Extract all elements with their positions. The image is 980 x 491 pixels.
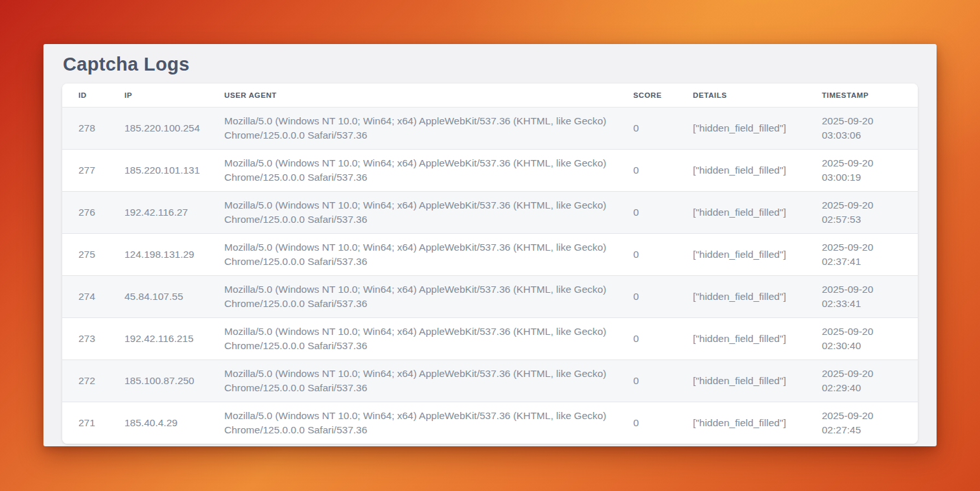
cell-timestamp: 2025-09-20 02:27:45 bbox=[822, 402, 918, 444]
cell-timestamp: 2025-09-20 03:00:19 bbox=[822, 149, 918, 191]
cell-ip: 185.40.4.29 bbox=[124, 402, 224, 444]
cell-id: 277 bbox=[62, 149, 124, 191]
column-header-score: SCORE bbox=[633, 84, 693, 107]
cell-id: 272 bbox=[62, 360, 124, 402]
captcha-logs-panel: Captcha Logs IDIPUSER AGENTSCOREDETAILST… bbox=[43, 44, 937, 446]
cell-id: 276 bbox=[62, 191, 124, 233]
cell-details: ["hidden_field_filled"] bbox=[693, 107, 822, 149]
cell-ip: 192.42.116.215 bbox=[124, 317, 224, 360]
cell-score: 0 bbox=[633, 317, 693, 360]
cell-score: 0 bbox=[633, 233, 693, 275]
table-header-row: IDIPUSER AGENTSCOREDETAILSTIMESTAMP bbox=[62, 84, 918, 107]
table-row: 272185.100.87.250Mozilla/5.0 (Windows NT… bbox=[62, 360, 918, 402]
cell-timestamp: 2025-09-20 02:30:40 bbox=[822, 317, 918, 360]
cell-ip: 192.42.116.27 bbox=[124, 191, 224, 233]
cell-details: ["hidden_field_filled"] bbox=[693, 233, 822, 275]
cell-user_agent: Mozilla/5.0 (Windows NT 10.0; Win64; x64… bbox=[224, 149, 633, 191]
table-row: 277185.220.101.131Mozilla/5.0 (Windows N… bbox=[62, 149, 918, 191]
cell-score: 0 bbox=[633, 275, 693, 317]
cell-id: 271 bbox=[62, 402, 124, 444]
cell-user_agent: Mozilla/5.0 (Windows NT 10.0; Win64; x64… bbox=[224, 275, 633, 317]
cell-score: 0 bbox=[633, 107, 693, 149]
cell-ip: 185.220.101.131 bbox=[124, 149, 224, 191]
table-row: 278185.220.100.254Mozilla/5.0 (Windows N… bbox=[62, 107, 918, 149]
cell-user_agent: Mozilla/5.0 (Windows NT 10.0; Win64; x64… bbox=[224, 402, 633, 444]
cell-details: ["hidden_field_filled"] bbox=[693, 275, 822, 317]
table-row: 276192.42.116.27Mozilla/5.0 (Windows NT … bbox=[62, 191, 918, 233]
table-row: 271185.40.4.29Mozilla/5.0 (Windows NT 10… bbox=[62, 402, 918, 444]
cell-id: 273 bbox=[62, 317, 124, 360]
cell-timestamp: 2025-09-20 02:37:41 bbox=[822, 233, 918, 275]
cell-id: 278 bbox=[62, 107, 124, 149]
cell-ip: 185.100.87.250 bbox=[124, 360, 224, 402]
table-row: 273192.42.116.215Mozilla/5.0 (Windows NT… bbox=[62, 317, 918, 360]
cell-ip: 45.84.107.55 bbox=[124, 275, 224, 317]
page-title: Captcha Logs bbox=[43, 44, 937, 84]
column-header-id: ID bbox=[62, 84, 124, 107]
table-body: 278185.220.100.254Mozilla/5.0 (Windows N… bbox=[62, 107, 918, 444]
cell-id: 274 bbox=[62, 275, 124, 317]
cell-user_agent: Mozilla/5.0 (Windows NT 10.0; Win64; x64… bbox=[224, 360, 633, 402]
column-header-ip: IP bbox=[124, 84, 224, 107]
cell-user_agent: Mozilla/5.0 (Windows NT 10.0; Win64; x64… bbox=[224, 317, 633, 360]
captcha-logs-table: IDIPUSER AGENTSCOREDETAILSTIMESTAMP 2781… bbox=[62, 84, 918, 444]
cell-score: 0 bbox=[633, 402, 693, 444]
cell-details: ["hidden_field_filled"] bbox=[693, 360, 822, 402]
table-row: 27445.84.107.55Mozilla/5.0 (Windows NT 1… bbox=[62, 275, 918, 317]
logs-table-card: IDIPUSER AGENTSCOREDETAILSTIMESTAMP 2781… bbox=[62, 84, 918, 444]
cell-user_agent: Mozilla/5.0 (Windows NT 10.0; Win64; x64… bbox=[224, 191, 633, 233]
cell-user_agent: Mozilla/5.0 (Windows NT 10.0; Win64; x64… bbox=[224, 107, 633, 149]
column-header-details: DETAILS bbox=[693, 84, 822, 107]
desktop-background: { "page": { "title": "Captcha Logs" }, "… bbox=[0, 0, 980, 491]
cell-user_agent: Mozilla/5.0 (Windows NT 10.0; Win64; x64… bbox=[224, 233, 633, 275]
cell-timestamp: 2025-09-20 02:33:41 bbox=[822, 275, 918, 317]
cell-ip: 124.198.131.29 bbox=[124, 233, 224, 275]
cell-timestamp: 2025-09-20 02:57:53 bbox=[822, 191, 918, 233]
column-header-user_agent: USER AGENT bbox=[224, 84, 633, 107]
cell-id: 275 bbox=[62, 233, 124, 275]
cell-score: 0 bbox=[633, 149, 693, 191]
cell-score: 0 bbox=[633, 360, 693, 402]
column-header-timestamp: TIMESTAMP bbox=[822, 84, 918, 107]
cell-ip: 185.220.100.254 bbox=[124, 107, 224, 149]
table-row: 275124.198.131.29Mozilla/5.0 (Windows NT… bbox=[62, 233, 918, 275]
cell-details: ["hidden_field_filled"] bbox=[693, 402, 822, 444]
cell-timestamp: 2025-09-20 02:29:40 bbox=[822, 360, 918, 402]
cell-timestamp: 2025-09-20 03:03:06 bbox=[822, 107, 918, 149]
cell-details: ["hidden_field_filled"] bbox=[693, 191, 822, 233]
cell-score: 0 bbox=[633, 191, 693, 233]
cell-details: ["hidden_field_filled"] bbox=[693, 149, 822, 191]
cell-details: ["hidden_field_filled"] bbox=[693, 317, 822, 360]
